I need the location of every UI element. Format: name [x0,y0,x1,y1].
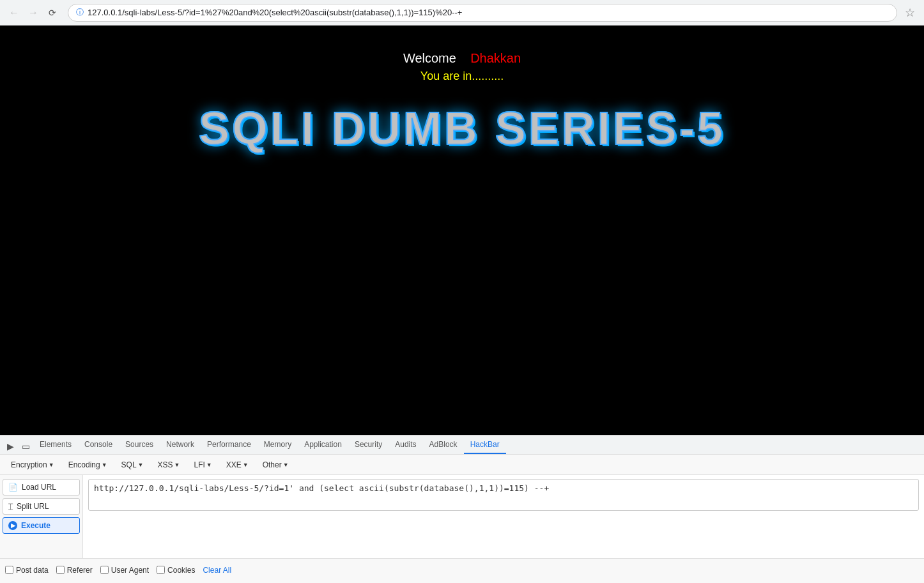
load-url-button[interactable]: 📄 Load URL [3,479,80,496]
welcome-label: Welcome [403,51,456,65]
load-url-label: Load URL [22,483,56,492]
lfi-arrow: ▼ [206,462,212,468]
address-bar[interactable]: ⓘ 127.0.0.1/sqli-labs/Less-5/?id=1%27%20… [68,4,897,22]
referer-checkbox[interactable] [56,566,65,574]
tab-hackbar[interactable]: HackBar [464,436,506,454]
post-data-label: Post data [16,566,49,575]
tab-audits[interactable]: Audits [389,436,422,454]
devtools-tabs: ▶ ▭ Elements Console Sources Network Per… [0,435,924,455]
sql-menu[interactable]: SQL ▼ [116,458,150,471]
xss-menu[interactable]: XSS ▼ [152,458,186,471]
xxe-arrow: ▼ [243,462,249,468]
hackbar-url-input[interactable] [88,479,919,511]
cookies-checkbox[interactable] [157,566,165,574]
split-url-label: Split URL [17,502,49,511]
cookies-checkbox-label[interactable]: Cookies [157,566,195,575]
lfi-label: LFI [194,460,204,469]
hackbar-bottom: Post data Referer User Agent Cookies Cle… [0,558,924,581]
user-agent-checkbox[interactable] [100,566,109,574]
other-menu[interactable]: Other ▼ [257,458,295,471]
encoding-arrow: ▼ [102,462,107,468]
sqli-title: SQLI DUMB SERIES-5 [199,102,725,155]
user-agent-label: User Agent [111,566,149,575]
browser-chrome: ← → ⟳ ⓘ 127.0.0.1/sqli-labs/Less-5/?id=1… [0,0,924,26]
hackbar-main: 📄 Load URL ⌶ Split URL ▶ Execute [0,475,924,558]
tab-application[interactable]: Application [298,436,348,454]
referer-label: Referer [67,566,93,575]
other-arrow: ▼ [283,462,289,468]
xss-arrow: ▼ [174,462,180,468]
tab-elements[interactable]: Elements [33,436,78,454]
encryption-menu[interactable]: Encryption ▼ [5,458,60,471]
hackbar-sidebar: 📄 Load URL ⌶ Split URL ▶ Execute [0,475,83,558]
xxe-label: XXE [226,460,242,469]
tab-console[interactable]: Console [78,436,119,454]
other-label: Other [263,460,282,469]
encryption-label: Encryption [11,460,47,469]
welcome-line: Welcome Dhakkan [199,51,725,66]
referer-checkbox-label[interactable]: Referer [56,566,93,575]
tab-network[interactable]: Network [160,436,201,454]
encryption-arrow: ▼ [49,462,54,468]
sql-arrow: ▼ [138,462,144,468]
lfi-menu[interactable]: LFI ▼ [188,458,217,471]
xss-label: XSS [158,460,173,469]
devtools-mobile-icon[interactable]: ▭ [18,439,33,454]
user-agent-checkbox-label[interactable]: User Agent [100,566,149,575]
tab-security[interactable]: Security [348,436,389,454]
forward-button[interactable]: → [24,4,42,22]
url-display: 127.0.0.1/sqli-labs/Less-5/?id=1%27%20an… [88,8,889,17]
you-are-in-text: You are in.......... [199,70,725,83]
encoding-label: Encoding [68,460,100,469]
username-display: Dhakkan [470,51,521,65]
bookmark-button[interactable]: ☆ [901,4,919,22]
devtools-cursor-icon[interactable]: ▶ [3,439,18,454]
post-data-checkbox-label[interactable]: Post data [5,566,49,575]
execute-icon: ▶ [8,521,17,530]
back-button[interactable]: ← [5,4,23,22]
execute-button[interactable]: ▶ Execute [3,517,80,534]
reload-button[interactable]: ⟳ [43,4,61,22]
xxe-menu[interactable]: XXE ▼ [220,458,254,471]
hackbar-url-area [83,475,924,558]
cookies-label: Cookies [167,566,195,575]
split-url-icon: ⌶ [8,502,13,511]
hackbar-toolbar: Encryption ▼ Encoding ▼ SQL ▼ XSS ▼ LFI … [0,455,924,475]
execute-label: Execute [21,521,50,530]
devtools-panel: ▶ ▭ Elements Console Sources Network Per… [0,435,924,583]
tab-memory[interactable]: Memory [258,436,298,454]
tab-performance[interactable]: Performance [201,436,258,454]
main-content: Welcome Dhakkan You are in.......... SQL… [0,26,924,435]
welcome-section: Welcome Dhakkan You are in.......... SQL… [199,51,725,155]
encoding-menu[interactable]: Encoding ▼ [63,458,113,471]
secure-icon: ⓘ [76,7,84,18]
tab-adblock[interactable]: AdBlock [423,436,464,454]
post-data-checkbox[interactable] [5,566,13,574]
load-url-icon: 📄 [8,483,18,492]
sql-label: SQL [121,460,137,469]
split-url-button[interactable]: ⌶ Split URL [3,498,80,515]
tab-sources[interactable]: Sources [119,436,160,454]
clear-all-button[interactable]: Clear All [203,566,231,575]
